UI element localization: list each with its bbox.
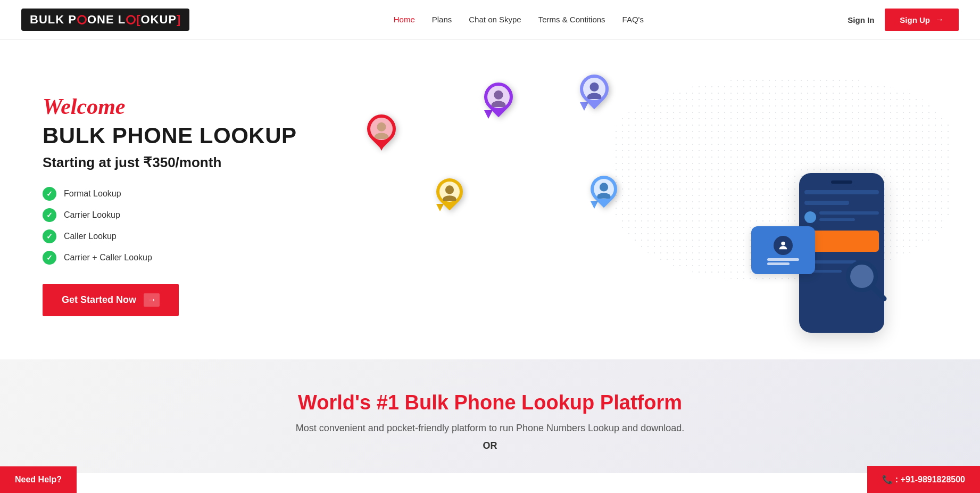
svg-point-7 (443, 195, 456, 201)
svg-point-9 (597, 193, 610, 199)
sign-in-button[interactable]: Sign In (848, 15, 874, 24)
navbar: BULK PONE L[OKUP] Home Plans Chat on Sky… (0, 0, 980, 40)
svg-point-8 (600, 183, 608, 191)
logo-text: BULK PONE L[OKUP] (30, 13, 181, 27)
features-list: ✓ Format Lookup ✓ Carrier Lookup ✓ Calle… (43, 187, 319, 265)
nav-item-chat-skype[interactable]: Chat on Skype (469, 15, 521, 24)
location-pin-purple (484, 83, 513, 119)
svg-point-6 (445, 185, 454, 194)
phone-line-3 (819, 211, 879, 215)
phone-message-box (804, 231, 879, 252)
need-help-bar[interactable]: Need Help? (0, 466, 77, 473)
nav-link-home[interactable]: Home (394, 15, 415, 24)
svg-point-1 (375, 133, 389, 139)
welcome-text: Welcome (43, 94, 319, 119)
phone-line-4 (819, 218, 855, 221)
phone-line-1 (804, 190, 879, 194)
feature-caller: ✓ Caller Lookup (43, 229, 319, 243)
lower-section: World's #1 Bulk Phone Lookup Platform Mo… (0, 359, 980, 473)
nav-item-home[interactable]: Home (394, 15, 415, 24)
search-card (751, 226, 815, 274)
logo[interactable]: BULK PONE L[OKUP] (21, 9, 189, 31)
location-pin-yellow (436, 178, 463, 211)
check-icon-carrier: ✓ (43, 208, 56, 222)
svg-point-2 (494, 91, 503, 100)
check-icon-format: ✓ (43, 187, 56, 201)
hero-content: Welcome BULK PHONE LOOKUP Starting at ju… (43, 94, 319, 316)
search-person-icon (774, 236, 793, 255)
search-text-lines (767, 258, 799, 265)
feature-carrier: ✓ Carrier Lookup (43, 208, 319, 222)
feature-format: ✓ Format Lookup (43, 187, 319, 201)
svg-point-5 (587, 93, 602, 99)
platform-title: World's #1 Bulk Phone Lookup Platform (21, 391, 959, 414)
arrow-right-cta-icon: → (144, 293, 160, 307)
nav-item-plans[interactable]: Plans (432, 15, 452, 24)
sign-up-label: Sign Up (900, 15, 930, 24)
nav-link-terms[interactable]: Terms & Contitions (538, 15, 605, 24)
feature-carrier-caller-label: Carrier + Caller Lookup (64, 253, 152, 262)
phone-line-2 (804, 201, 849, 205)
nav-link-faqs[interactable]: FAQ's (622, 15, 644, 24)
svg-point-0 (377, 122, 386, 132)
feature-caller-label: Caller Lookup (64, 232, 117, 241)
hero-illustration (319, 72, 937, 338)
check-icon-carrier-caller: ✓ (43, 251, 56, 265)
hero-subtitle: Starting at just ₹350/month (43, 154, 319, 171)
feature-format-label: Format Lookup (64, 189, 121, 199)
nav-item-faqs[interactable]: FAQ's (622, 15, 644, 24)
nav-links: Home Plans Chat on Skype Terms & Contiti… (394, 15, 644, 24)
search-line-1 (767, 258, 799, 261)
svg-point-4 (589, 83, 599, 92)
feature-carrier-label: Carrier Lookup (64, 210, 120, 220)
location-pin-red (367, 114, 396, 151)
nav-right: Sign In Sign Up → (848, 9, 959, 31)
svg-line-12 (873, 287, 884, 299)
get-started-button[interactable]: Get Started Now → (43, 284, 179, 316)
nav-item-terms[interactable]: Terms & Contitions (538, 15, 605, 24)
magnifier-icon (842, 256, 890, 306)
sign-up-button[interactable]: Sign Up → (885, 9, 959, 31)
arrow-right-icon: → (935, 15, 944, 24)
phone-bar[interactable]: 📞 : +91-9891828500 (867, 466, 980, 473)
nav-link-plans[interactable]: Plans (432, 15, 452, 24)
search-line-2 (767, 262, 790, 265)
check-icon-caller: ✓ (43, 229, 56, 243)
nav-link-chat-skype[interactable]: Chat on Skype (469, 15, 521, 24)
or-text: OR (21, 440, 959, 451)
get-started-label: Get Started Now (62, 294, 136, 306)
platform-desc: Most convenient and pocket-friendly plat… (21, 423, 959, 434)
location-pin-lightblue (591, 176, 617, 209)
hero-title: BULK PHONE LOOKUP (43, 124, 319, 148)
svg-point-3 (492, 101, 506, 107)
phone-notch (831, 180, 852, 184)
feature-carrier-caller: ✓ Carrier + Caller Lookup (43, 251, 319, 265)
hero-section: Welcome BULK PHONE LOOKUP Starting at ju… (0, 40, 980, 359)
svg-point-10 (781, 241, 785, 245)
location-pin-blue (580, 75, 609, 111)
